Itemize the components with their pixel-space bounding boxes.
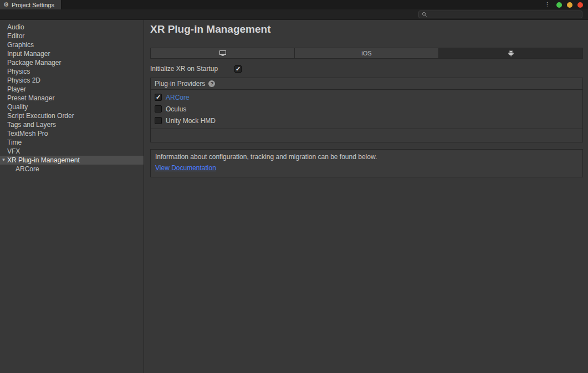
- initialize-xr-row: Initialize XR on Startup: [150, 65, 583, 73]
- plugin-providers-footer: [151, 129, 582, 142]
- sidebar-item-label: XR Plug-in Management: [7, 156, 80, 165]
- kebab-menu-icon[interactable]: ⋮: [544, 2, 550, 8]
- settings-sidebar: Audio Editor Graphics Input Manager Pack…: [0, 20, 144, 373]
- foldout-triangle-icon[interactable]: ▼: [0, 156, 7, 165]
- desktop-icon: [219, 50, 227, 57]
- window-light-red[interactable]: [577, 2, 583, 8]
- search-icon: [422, 12, 427, 17]
- toolbar: [0, 9, 588, 20]
- sidebar-item[interactable]: Preset Manager: [0, 94, 144, 103]
- sidebar-item[interactable]: Graphics: [0, 40, 144, 49]
- initialize-xr-label: Initialize XR on Startup: [150, 65, 234, 73]
- window-light-green[interactable]: [556, 2, 562, 8]
- help-icon[interactable]: ?: [208, 80, 215, 87]
- search-box[interactable]: [418, 11, 582, 18]
- sidebar-item[interactable]: Input Manager: [0, 49, 144, 58]
- sidebar-item[interactable]: Package Manager: [0, 58, 144, 67]
- sidebar-item[interactable]: TextMesh Pro: [0, 129, 144, 138]
- sidebar-item[interactable]: Player: [0, 85, 144, 94]
- android-icon: [508, 50, 514, 57]
- plugin-providers-list: ARCore Oculus Unity Mock HMD: [151, 90, 582, 129]
- sidebar-item-arcore[interactable]: ARCore: [0, 165, 144, 173]
- provider-checkbox[interactable]: [155, 117, 162, 124]
- info-text: Information about configuration, trackin…: [155, 153, 578, 161]
- provider-label: Unity Mock HMD: [166, 117, 216, 125]
- sidebar-item[interactable]: Tags and Layers: [0, 120, 144, 129]
- project-settings-window-tab[interactable]: ⚙ Project Settings: [0, 0, 62, 9]
- search-input[interactable]: [430, 11, 579, 18]
- window-controls: ⋮: [544, 0, 583, 9]
- sidebar-item[interactable]: Physics 2D: [0, 76, 144, 85]
- info-box: Information about configuration, trackin…: [150, 149, 583, 177]
- provider-row[interactable]: Oculus: [151, 103, 582, 115]
- provider-label: ARCore: [166, 94, 190, 101]
- window-light-yellow[interactable]: [567, 2, 572, 8]
- tab-android[interactable]: [439, 48, 583, 59]
- plugin-providers-title: Plug-in Providers: [155, 80, 205, 88]
- page-title: XR Plug-in Management: [150, 23, 583, 35]
- gear-icon: ⚙: [3, 2, 9, 8]
- initialize-xr-checkbox[interactable]: [234, 65, 242, 73]
- content: Audio Editor Graphics Input Manager Pack…: [0, 20, 588, 373]
- provider-row[interactable]: ARCore: [151, 91, 582, 103]
- sidebar-item[interactable]: VFX: [0, 147, 144, 156]
- sidebar-item[interactable]: Physics: [0, 67, 144, 76]
- provider-row[interactable]: Unity Mock HMD: [151, 115, 582, 126]
- sidebar-item[interactable]: Audio: [0, 23, 144, 32]
- window-title: Project Settings: [12, 2, 54, 8]
- tab-desktop[interactable]: [150, 48, 295, 59]
- provider-checkbox[interactable]: [155, 105, 162, 113]
- tab-ios-label: iOS: [361, 50, 371, 57]
- provider-checkbox[interactable]: [155, 94, 162, 101]
- sidebar-item[interactable]: Script Execution Order: [0, 111, 144, 120]
- plugin-providers-box: Plug-in Providers ? ARCore Oculus: [150, 78, 583, 142]
- sidebar-item-xr-plugin-management[interactable]: ▼ XR Plug-in Management: [0, 156, 144, 165]
- view-documentation-link[interactable]: View Documentation: [155, 164, 216, 172]
- sidebar-item[interactable]: Quality: [0, 103, 144, 111]
- plugin-providers-header: Plug-in Providers ?: [151, 78, 582, 90]
- titlebar: ⚙ Project Settings ⋮: [0, 0, 588, 9]
- sidebar-item[interactable]: Editor: [0, 32, 144, 40]
- platform-tabbar: iOS: [150, 48, 583, 59]
- sidebar-item[interactable]: Time: [0, 138, 144, 147]
- main-panel: XR Plug-in Management iOS: [144, 20, 588, 373]
- tab-ios[interactable]: iOS: [295, 48, 439, 59]
- provider-label: Oculus: [166, 105, 186, 113]
